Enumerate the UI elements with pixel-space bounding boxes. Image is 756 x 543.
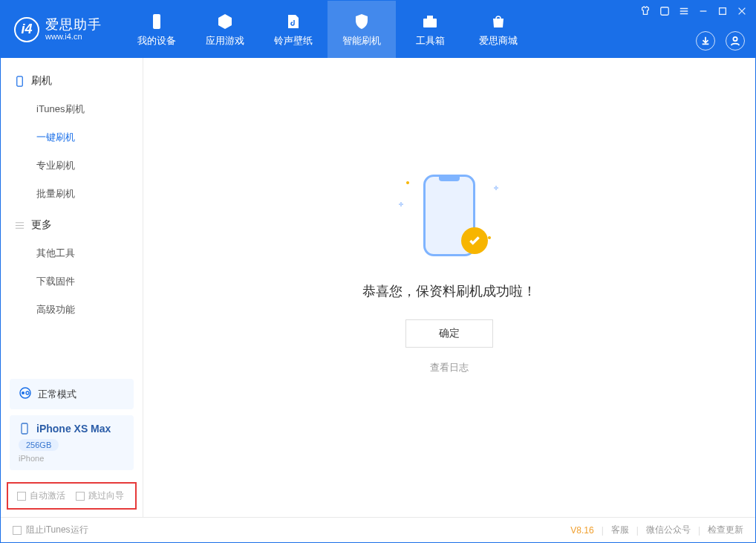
- phone-small-icon: [14, 76, 25, 87]
- checkbox-icon: [76, 492, 85, 501]
- checkbox-label: 自动激活: [30, 490, 65, 502]
- tab-my-device[interactable]: 我的设备: [123, 1, 191, 58]
- tab-apps[interactable]: 应用游戏: [191, 1, 259, 58]
- checkbox-label: 阻止iTunes运行: [26, 524, 88, 536]
- tab-label: 我的设备: [137, 34, 176, 48]
- decor-dot: [488, 236, 491, 239]
- checkbox-auto-activate[interactable]: 自动激活: [17, 490, 65, 502]
- checkbox-icon: [13, 526, 22, 535]
- list-icon: [14, 220, 25, 231]
- svg-rect-2: [427, 16, 433, 19]
- main-content: 恭喜您，保资料刷机成功啦！ 确定 查看日志: [143, 58, 755, 517]
- sidebar-item-itunes-flash[interactable]: iTunes刷机: [1, 95, 143, 123]
- tab-label: 应用游戏: [206, 34, 244, 48]
- tab-ringtones[interactable]: 铃声壁纸: [259, 1, 328, 58]
- section-title: 更多: [31, 218, 52, 232]
- logo-text: 爱思助手 www.i4.cn: [45, 18, 102, 42]
- checkbox-icon: [17, 492, 26, 501]
- sidebar-item-advanced[interactable]: 高级功能: [1, 296, 143, 324]
- svg-point-5: [733, 37, 737, 41]
- svg-rect-0: [153, 14, 160, 29]
- tab-flash[interactable]: 智能刷机: [328, 1, 396, 58]
- sidebar-section-flash: 刷机: [1, 64, 143, 95]
- ok-button[interactable]: 确定: [405, 319, 493, 348]
- mode-icon: [19, 386, 32, 402]
- logo-icon: i4: [14, 17, 39, 42]
- maximize-icon[interactable]: [717, 5, 729, 17]
- decor-spark: [494, 186, 498, 190]
- svg-rect-3: [661, 7, 669, 16]
- svg-point-8: [22, 391, 25, 394]
- tab-label: 爱思商城: [479, 34, 518, 48]
- app-header: i4 爱思助手 www.i4.cn 我的设备 应用游戏 铃声壁纸 智能刷机 工具…: [1, 1, 755, 58]
- sidebar-item-other-tools[interactable]: 其他工具: [1, 239, 143, 267]
- app-url: www.i4.cn: [45, 32, 102, 41]
- decor-dot: [406, 181, 409, 184]
- svg-rect-6: [17, 76, 23, 85]
- sidebar-item-batch-flash[interactable]: 批量刷机: [1, 180, 143, 208]
- download-icon[interactable]: [696, 31, 715, 51]
- tab-label: 工具箱: [416, 34, 445, 48]
- mode-label: 正常模式: [38, 388, 76, 401]
- menu-icon[interactable]: [678, 5, 690, 17]
- support-link[interactable]: 客服: [611, 524, 629, 536]
- phone-icon: [147, 12, 166, 31]
- bag-icon: [489, 12, 508, 31]
- cube-icon: [215, 12, 235, 31]
- storage-badge: 256GB: [19, 439, 59, 451]
- app-name: 爱思助手: [45, 18, 102, 33]
- user-icon[interactable]: [726, 31, 745, 51]
- status-bar: 阻止iTunes运行 V8.16 | 客服 | 微信公众号 | 检查更新: [1, 517, 755, 542]
- options-highlight-box: 自动激活 跳过向导: [7, 482, 137, 510]
- wechat-link[interactable]: 微信公众号: [646, 524, 691, 536]
- sidebar: 刷机 iTunes刷机 一键刷机 专业刷机 批量刷机 更多 其他工具 下载固件 …: [1, 58, 143, 517]
- device-type: iPhone: [19, 454, 125, 463]
- sidebar-item-download-fw[interactable]: 下载固件: [1, 267, 143, 296]
- mode-card[interactable]: 正常模式: [10, 379, 134, 409]
- check-update-link[interactable]: 检查更新: [708, 524, 743, 536]
- decor-spark: [399, 202, 403, 207]
- svg-point-9: [26, 391, 29, 394]
- sidebar-bottom: 正常模式 iPhone XS Max 256GB iPhone: [1, 368, 143, 478]
- main-tabs: 我的设备 应用游戏 铃声壁纸 智能刷机 工具箱 爱思商城: [123, 1, 532, 58]
- device-icon: [19, 423, 30, 435]
- tab-label: 智能刷机: [342, 34, 381, 48]
- tab-store[interactable]: 爱思商城: [464, 1, 532, 58]
- version-label: V8.16: [570, 525, 593, 536]
- toolbox-icon: [420, 12, 440, 31]
- checkbox-skip-guide[interactable]: 跳过向导: [76, 490, 124, 502]
- checkbox-block-itunes[interactable]: 阻止iTunes运行: [13, 524, 88, 536]
- minimize-icon[interactable]: [697, 5, 709, 17]
- check-badge-icon: [461, 227, 488, 254]
- sidebar-item-oneclick-flash[interactable]: 一键刷机: [1, 123, 143, 152]
- sidebar-item-pro-flash[interactable]: 专业刷机: [1, 152, 143, 180]
- success-message: 恭喜您，保资料刷机成功啦！: [362, 282, 536, 300]
- success-illustration: [397, 171, 501, 267]
- tab-toolbox[interactable]: 工具箱: [396, 1, 464, 58]
- svg-rect-10: [22, 423, 27, 434]
- svg-rect-1: [423, 19, 437, 27]
- device-card[interactable]: iPhone XS Max 256GB iPhone: [10, 415, 134, 470]
- header-right-actions: [696, 31, 745, 51]
- app-body: 刷机 iTunes刷机 一键刷机 专业刷机 批量刷机 更多 其他工具 下载固件 …: [1, 58, 755, 517]
- shield-sync-icon: [352, 12, 371, 31]
- feedback-icon[interactable]: [659, 5, 671, 17]
- device-name: iPhone XS Max: [36, 423, 111, 435]
- footer-right: V8.16 | 客服 | 微信公众号 | 检查更新: [570, 524, 743, 536]
- skin-icon[interactable]: [639, 5, 651, 17]
- checkbox-label: 跳过向导: [88, 490, 124, 502]
- close-icon[interactable]: [736, 5, 748, 17]
- tab-label: 铃声壁纸: [274, 34, 313, 48]
- sidebar-section-more: 更多: [1, 208, 143, 239]
- music-file-icon: [284, 12, 303, 31]
- app-logo: i4 爱思助手 www.i4.cn: [1, 17, 115, 42]
- section-title: 刷机: [31, 74, 52, 88]
- side-nav: 刷机 iTunes刷机 一键刷机 专业刷机 批量刷机 更多 其他工具 下载固件 …: [1, 58, 143, 368]
- view-log-link[interactable]: 查看日志: [430, 361, 469, 374]
- window-controls: [639, 5, 748, 17]
- svg-rect-4: [720, 8, 726, 15]
